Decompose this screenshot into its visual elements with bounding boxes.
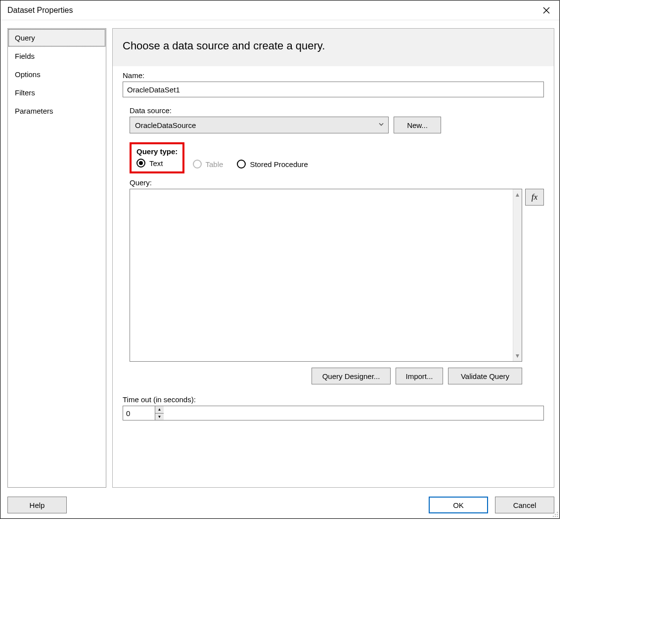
ok-button[interactable]: OK: [429, 497, 488, 513]
dataset-properties-dialog: Dataset Properties Query Fields Options …: [0, 0, 560, 519]
querytype-label: Query type:: [136, 147, 178, 156]
querytype-radio-storedprocedure[interactable]: Stored Procedure: [237, 160, 308, 168]
expression-button[interactable]: fx: [525, 189, 544, 206]
name-label: Name:: [123, 71, 544, 80]
scroll-up-icon: ▲: [515, 189, 521, 200]
sidebar-item-label: Filters: [15, 88, 35, 97]
dialog-footer: Help OK Cancel: [0, 493, 559, 518]
sidebar-item-fields[interactable]: Fields: [8, 47, 106, 65]
sidebar-item-parameters[interactable]: Parameters: [8, 102, 106, 120]
svg-point-4: [557, 514, 558, 515]
query-designer-button[interactable]: Query Designer...: [312, 368, 391, 384]
validate-query-button[interactable]: Validate Query: [448, 368, 522, 384]
radio-icon: [136, 159, 145, 168]
chevron-down-icon: [378, 121, 385, 129]
main-panel: Choose a data source and create a query.…: [112, 28, 554, 488]
scrollbar[interactable]: ▲ ▼: [513, 189, 522, 361]
radio-icon: [237, 160, 246, 168]
close-button[interactable]: [537, 2, 556, 18]
svg-point-3: [555, 514, 556, 515]
sidebar-item-label: Options: [15, 70, 41, 79]
sidebar-item-filters[interactable]: Filters: [8, 84, 106, 102]
timeout-input[interactable]: [123, 406, 155, 420]
radio-label: Stored Procedure: [250, 160, 308, 168]
svg-point-2: [557, 512, 558, 513]
query-label: Query:: [130, 178, 544, 187]
query-textarea[interactable]: [130, 189, 513, 361]
querytype-radio-table: Table: [193, 160, 224, 168]
sidebar-item-query[interactable]: Query: [8, 29, 106, 47]
scroll-down-icon: ▼: [515, 350, 521, 361]
sidebar-item-label: Parameters: [15, 107, 53, 115]
close-icon: [543, 7, 550, 14]
svg-point-5: [553, 516, 554, 517]
datasource-select[interactable]: OracleDataSource: [130, 117, 389, 133]
resize-grip-icon: [551, 510, 558, 517]
spinner-up-button[interactable]: ▲: [155, 406, 164, 414]
main-heading: Choose a data source and create a query.: [113, 29, 554, 66]
sidebar-item-label: Fields: [15, 52, 35, 60]
radio-label: Table: [206, 160, 224, 168]
svg-point-7: [557, 516, 558, 517]
cancel-button[interactable]: Cancel: [495, 497, 554, 513]
datasource-label: Data source:: [130, 106, 544, 115]
radio-icon: [193, 160, 202, 168]
sidebar-item-label: Query: [15, 34, 35, 42]
sidebar: Query Fields Options Filters Parameters: [7, 28, 106, 488]
import-button[interactable]: Import...: [396, 368, 443, 384]
datasource-value: OracleDataSource: [135, 121, 196, 129]
new-datasource-button[interactable]: New...: [394, 117, 441, 133]
query-textarea-wrap: ▲ ▼: [130, 189, 522, 362]
help-button[interactable]: Help: [7, 497, 67, 513]
fx-icon: fx: [532, 192, 538, 202]
spinner-down-button[interactable]: ▼: [155, 414, 164, 420]
timeout-spinner[interactable]: ▲ ▼: [123, 406, 544, 420]
name-input[interactable]: [123, 82, 544, 97]
timeout-label: Time out (in seconds):: [123, 395, 544, 404]
titlebar: Dataset Properties: [0, 0, 559, 20]
svg-point-6: [555, 516, 556, 517]
dialog-title: Dataset Properties: [7, 6, 73, 15]
querytype-radio-text[interactable]: Text: [136, 159, 163, 168]
radio-label: Text: [149, 159, 163, 168]
sidebar-item-options[interactable]: Options: [8, 65, 106, 84]
querytype-highlight: Query type: Text: [130, 142, 184, 173]
